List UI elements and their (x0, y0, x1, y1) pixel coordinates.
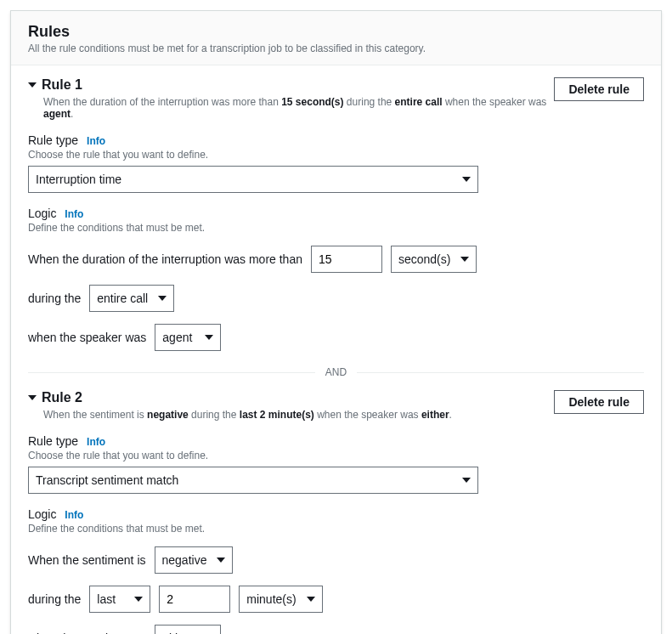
rule-1-duration-row: When the duration of the interruption wa… (28, 246, 644, 273)
rule-1-type-section: Rule type Info Choose the rule that you … (28, 133, 644, 193)
rule-2-type-section: Rule type Info Choose the rule that you … (28, 434, 644, 494)
rule-2-speaker-select[interactable]: either (155, 625, 221, 634)
rule-1-type-value: Interruption time (36, 173, 121, 186)
rule-1-type-select[interactable]: Interruption time (28, 166, 478, 193)
sep-line-right (357, 372, 644, 373)
rule-2: Rule 2 When the sentiment is negative du… (28, 390, 644, 634)
sentiment-prefix: When the sentiment is (28, 553, 146, 567)
rule-1-during-row: during the entire call (28, 285, 644, 312)
and-label: AND (315, 366, 357, 378)
rule-2-during-mode-select[interactable]: last (89, 586, 150, 613)
rule-type-label: Rule type (28, 133, 78, 147)
duration-prefix: When the duration of the interruption wa… (28, 252, 302, 266)
rule-1-during-select[interactable]: entire call (89, 285, 174, 312)
rule-type-info-link[interactable]: Info (87, 135, 105, 147)
logic-info-link[interactable]: Info (65, 509, 83, 521)
rule-2-sentiment-row: When the sentiment is negative (28, 546, 644, 574)
chevron-down-icon (217, 558, 225, 563)
during-label: during the (28, 292, 81, 305)
rule-2-type-value: Transcript sentiment match (36, 473, 178, 487)
logic-label: Logic (28, 507, 56, 521)
rule-2-type-select[interactable]: Transcript sentiment match (28, 467, 478, 494)
sep-line-left (28, 372, 315, 373)
caret-down-icon (28, 82, 37, 88)
rule-2-during-row: during the last minute(s) (28, 586, 644, 613)
rule-1-speaker-select[interactable]: agent (155, 324, 221, 351)
rule-2-logic-section: Logic Info Define the conditions that mu… (28, 507, 644, 634)
rule-2-during-value-input[interactable] (159, 586, 230, 613)
rule-2-summary: When the sentiment is negative during th… (43, 409, 554, 421)
rule-2-speaker-row: when the speaker was either (28, 625, 644, 634)
rule-2-during-unit-select[interactable]: minute(s) (239, 586, 322, 613)
rule-2-toggle[interactable]: Rule 2 (28, 390, 554, 405)
caret-down-icon (28, 395, 37, 400)
rule-type-hint: Choose the rule that you want to define. (28, 450, 644, 461)
chevron-down-icon (307, 597, 315, 602)
chevron-down-icon (134, 597, 143, 602)
rule-2-sentiment-select[interactable]: negative (155, 546, 234, 574)
panel-subtitle: All the rule conditions must be met for … (28, 42, 644, 54)
delete-rule-1-button[interactable]: Delete rule (554, 77, 644, 101)
speaker-label: when the speaker was (28, 331, 146, 344)
logic-hint: Define the conditions that must be met. (28, 523, 644, 535)
panel-body: Rule 1 When the duration of the interrup… (11, 65, 661, 634)
and-separator: AND (28, 366, 644, 378)
rule-type-hint: Choose the rule that you want to define. (28, 149, 644, 161)
rules-panel: Rules All the rule conditions must be me… (10, 10, 662, 634)
rule-1-toggle[interactable]: Rule 1 (28, 77, 554, 93)
panel-header: Rules All the rule conditions must be me… (11, 11, 661, 65)
panel-title: Rules (28, 23, 644, 41)
rule-2-head: Rule 2 When the sentiment is negative du… (28, 390, 644, 421)
rule-type-label: Rule type (28, 434, 78, 448)
chevron-down-icon (462, 478, 471, 483)
rule-1-duration-input[interactable] (311, 246, 382, 273)
rule-1-logic-section: Logic Info Define the conditions that mu… (28, 207, 644, 351)
rule-1-head: Rule 1 When the duration of the interrup… (28, 77, 644, 120)
rule-1-summary: When the duration of the interruption wa… (43, 96, 554, 120)
rule-type-info-link[interactable]: Info (87, 436, 105, 448)
logic-info-link[interactable]: Info (65, 208, 83, 220)
rule-2-title: Rule 2 (42, 390, 82, 405)
chevron-down-icon (205, 335, 213, 340)
logic-hint: Define the conditions that must be met. (28, 222, 644, 234)
chevron-down-icon (462, 177, 471, 182)
logic-label: Logic (28, 207, 56, 220)
chevron-down-icon (460, 257, 469, 262)
rule-1-unit-select[interactable]: second(s) (391, 246, 477, 273)
rule-1: Rule 1 When the duration of the interrup… (28, 77, 644, 351)
rule-1-title: Rule 1 (42, 77, 82, 93)
rule-1-speaker-row: when the speaker was agent (28, 324, 644, 351)
delete-rule-2-button[interactable]: Delete rule (554, 390, 644, 414)
chevron-down-icon (158, 296, 167, 301)
during-label: during the (28, 592, 81, 606)
